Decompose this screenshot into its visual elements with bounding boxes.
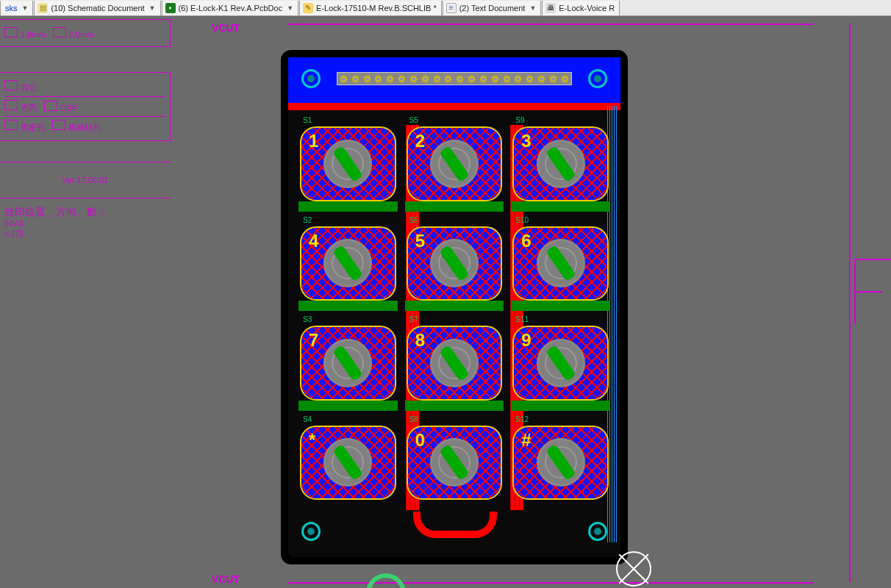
green-band — [511, 201, 610, 212]
rotary-knob-icon — [430, 339, 479, 387]
key-2[interactable]: S5 2 — [405, 115, 504, 207]
pcb-board[interactable]: S1 1 S5 2 — [281, 50, 628, 564]
key-number: 6 — [521, 231, 531, 251]
key-6[interactable]: S10 6 — [511, 215, 610, 307]
key-3[interactable]: S9 3 — [511, 115, 610, 207]
key-pad: 9 — [512, 326, 609, 401]
chevron-down-icon: ▼ — [22, 4, 29, 12]
key-8[interactable]: S7 8 — [405, 314, 504, 406]
green-band — [298, 301, 398, 311]
connector-pin — [364, 76, 371, 82]
tab-label: E-Lock-17510-M Rev.B.SCHLIB * — [316, 4, 437, 12]
tab-schematic-document[interactable]: ▤ (10) Schematic Document ▼ — [34, 1, 160, 15]
checkbox-other[interactable] — [4, 80, 18, 90]
pcb-black-area: S1 1 S5 2 — [288, 57, 620, 557]
rotary-knob-icon — [537, 438, 585, 487]
pcb-canvas[interactable]: VCUT VCUT — [171, 16, 891, 588]
fold-mark — [854, 259, 891, 325]
designator: S2 — [303, 216, 312, 224]
green-band — [298, 401, 398, 411]
key-5[interactable]: S6 5 — [405, 215, 504, 307]
silk-notes-title: 丝印位置、方向、数： — [4, 206, 166, 219]
connector-pin — [538, 76, 545, 82]
option-label: 2.0mm — [69, 30, 94, 39]
tab-label: (10) Schematic Document — [51, 4, 144, 12]
key-pad: 1 — [300, 126, 396, 201]
mount-hole-tl — [301, 69, 321, 88]
connector-pin — [526, 76, 533, 82]
connector-pin — [434, 76, 440, 82]
document-tabs: sks ▼ ▤ (10) Schematic Document ▼ ▪ (6) … — [0, 0, 891, 16]
key-pad: 2 — [407, 126, 503, 201]
mount-hole-bl — [301, 522, 321, 541]
key-4[interactable]: S2 4 — [298, 215, 398, 307]
header-connector[interactable] — [337, 72, 572, 85]
checkbox-2p0mm[interactable] — [53, 27, 66, 37]
tab-text-document[interactable]: ≡ (2) Text Document ▼ — [443, 1, 542, 15]
key-number: 8 — [415, 330, 425, 351]
library-icon: ✎ — [303, 3, 313, 13]
key-number: 5 — [415, 231, 425, 251]
fab-notes-panel: 1.8mm 2.0mm 其它: 光亮 OSP 肥密孔 机械钻孔 Ver 17.0… — [0, 16, 171, 588]
key-9[interactable]: S11 9 — [511, 314, 610, 406]
pcb-top-copper — [288, 57, 620, 110]
rotary-knob-icon — [537, 339, 585, 387]
option-label: 1.8mm — [21, 30, 46, 39]
pcb-icon: ▪ — [165, 3, 176, 13]
tab-label: (2) Text Document — [459, 4, 526, 12]
checkbox-1p8mm[interactable] — [4, 27, 18, 37]
key-pad: 6 — [512, 226, 609, 301]
silk-note-line2: >-175 — [4, 229, 166, 240]
key-number: 2 — [415, 131, 425, 151]
designator: S3 — [303, 315, 312, 323]
green-band — [405, 201, 504, 212]
rotary-knob-icon — [537, 239, 585, 287]
pcb-workspace[interactable]: 1.8mm 2.0mm 其它: 光亮 OSP 肥密孔 机械钻孔 Ver 17.0… — [0, 16, 891, 588]
key-1[interactable]: S1 1 — [298, 115, 398, 207]
checkbox-hole-a[interactable] — [4, 120, 18, 130]
mount-hole-br — [588, 522, 607, 541]
chevron-down-icon: ▼ — [529, 4, 536, 12]
text-document-icon: ≡ — [446, 3, 457, 13]
tab-tasks-cut[interactable]: sks ▼ — [0, 1, 33, 15]
partial-green-circle — [366, 573, 406, 588]
version-label: Ver 17.06.01 — [0, 162, 171, 198]
origin-marker[interactable] — [616, 551, 651, 587]
designator: S9 — [515, 116, 524, 124]
tab-label: E-Lock-Voice R — [559, 4, 615, 12]
tab-voice-report[interactable]: 🖶 E-Lock-Voice R — [542, 1, 620, 15]
tab-pcb-document[interactable]: ▪ (6) E-Lock-K1 Rev.A.PcbDoc ▼ — [162, 1, 299, 15]
rotary-knob-icon — [430, 438, 479, 487]
connector-pin — [398, 76, 405, 82]
key-7[interactable]: S3 7 — [298, 314, 398, 406]
connector-pin — [352, 76, 359, 82]
key-pad: 7 — [300, 326, 396, 401]
option-label: 光亮 — [21, 103, 37, 112]
key-number: # — [521, 430, 531, 451]
key-0[interactable]: S8 0 — [405, 414, 504, 506]
connector-pin — [480, 76, 487, 82]
checkbox-hole-b[interactable] — [52, 120, 65, 130]
key-number: 1 — [309, 131, 318, 151]
key-pad: 8 — [407, 326, 503, 401]
connector-pin — [457, 76, 463, 82]
checkbox-bright[interactable] — [4, 100, 18, 110]
connector-pin — [422, 76, 429, 82]
designator: S6 — [409, 216, 418, 224]
fab-other-block: 其它: 光亮 OSP 肥密孔 机械钻孔 — [0, 72, 171, 141]
green-band — [298, 201, 398, 212]
key-number: 7 — [309, 330, 318, 351]
rotary-knob-icon — [323, 339, 372, 387]
fab-thickness-row: 1.8mm 2.0mm — [0, 19, 171, 47]
connector-pin — [468, 76, 475, 82]
connector-pin — [375, 76, 382, 82]
rotary-knob-icon — [430, 140, 479, 188]
tab-schlib[interactable]: ✎ E-Lock-17510-M Rev.B.SCHLIB * — [299, 1, 442, 15]
key-hash[interactable]: S12 # — [511, 414, 610, 506]
key-pad: 5 — [407, 226, 503, 301]
key-star[interactable]: S4 * — [298, 414, 398, 506]
key-number: 9 — [521, 330, 531, 351]
checkbox-osp[interactable] — [44, 101, 57, 111]
key-number: 0 — [415, 430, 425, 451]
report-icon: 🖶 — [545, 3, 556, 13]
